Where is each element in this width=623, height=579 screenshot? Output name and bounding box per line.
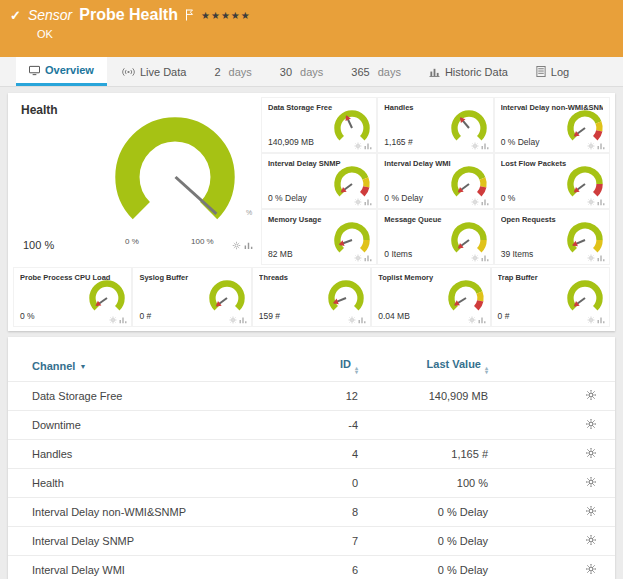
gauge-chart[interactable] (207, 278, 247, 318)
gear-icon[interactable] (232, 241, 241, 250)
overview-icon (29, 65, 40, 76)
gauge-tile-open-requests: Open Requests 39 Items (494, 209, 610, 265)
gear-icon[interactable] (587, 254, 595, 262)
chart-icon[interactable] (239, 316, 247, 324)
channel-settings-gear-icon[interactable] (585, 536, 597, 548)
column-header-last-value[interactable]: Last Value▴▾ (358, 353, 488, 382)
gauge-value: 82 MB (268, 249, 293, 259)
chart-icon[interactable] (358, 316, 366, 324)
chart-icon[interactable] (597, 254, 605, 262)
gear-icon[interactable] (229, 316, 237, 324)
gear-icon[interactable] (471, 142, 479, 150)
channel-settings-gear-icon[interactable] (585, 565, 597, 577)
channel-settings-gear-icon[interactable] (585, 420, 597, 432)
gauge-value: 1,165 # (384, 137, 412, 147)
channel-settings-gear-icon[interactable] (585, 449, 597, 461)
chart-icon[interactable] (244, 241, 253, 250)
health-gauge-area: Health 100 % 0 % 100 % % (13, 97, 261, 265)
gear-icon[interactable] (468, 316, 476, 324)
chart-icon[interactable] (364, 198, 372, 206)
chart-icon[interactable] (481, 142, 489, 150)
chart-icon[interactable] (481, 254, 489, 262)
channel-name: Downtime (8, 411, 298, 440)
bottom-gauges-row: Probe Process CPU Load 0 % Syslog Buffer… (13, 267, 610, 327)
column-header-id[interactable]: ID▴▾ (298, 353, 358, 382)
channel-id: 8 (298, 498, 358, 527)
gear-icon[interactable] (587, 198, 595, 206)
channel-last-value: 0 % Delay (358, 556, 488, 579)
column-header-channel[interactable]: Channel▼ (8, 353, 298, 382)
gauge-chart[interactable] (326, 278, 366, 318)
sort-arrows-icon: ▴▾ (355, 366, 358, 374)
tab-live-data[interactable]: Live Data (109, 57, 199, 86)
chart-icon[interactable] (364, 254, 372, 262)
tab-bar: Overview Live Data 2days 30days 365days … (0, 57, 623, 87)
channel-id: 7 (298, 527, 358, 556)
health-unit-label: % (246, 209, 252, 216)
gauge-value: 0 % (501, 193, 516, 203)
gear-icon[interactable] (471, 254, 479, 262)
channel-name: Health (8, 469, 298, 498)
gear-icon[interactable] (348, 316, 356, 324)
sort-caret-icon: ▼ (79, 363, 86, 370)
gauge-tile-trap-buffer: Trap Buffer 0 # (491, 267, 610, 327)
table-row: Interval Delay WMI 6 0 % Delay (8, 556, 615, 579)
gauge-tile-data-storage-free: Data Storage Free 140,909 MB (261, 97, 377, 153)
health-gauge-value: 100 % (23, 239, 54, 251)
chart-icon[interactable] (597, 198, 605, 206)
chart-icon[interactable] (364, 142, 372, 150)
gauge-value: 0 % Delay (501, 137, 540, 147)
flag-icon[interactable] (185, 9, 194, 21)
channel-id: -4 (298, 411, 358, 440)
gauge-chart[interactable] (87, 278, 127, 318)
live-data-icon (122, 67, 135, 77)
health-scale-min: 0 % (125, 237, 139, 246)
sort-arrows-icon: ▴▾ (485, 366, 488, 374)
chart-icon[interactable] (478, 316, 486, 324)
table-row: Downtime -4 (8, 411, 615, 440)
channel-id: 6 (298, 556, 358, 579)
channel-name: Data Storage Free (8, 382, 298, 411)
gauge-tile-interval-delay-snmp: Interval Delay SNMP 0 % Delay (261, 153, 377, 209)
gauge-tile-interval-delay-non-wmi-snmp: Interval Delay non-WMI&SNMP 0 % Delay (494, 97, 610, 153)
channel-settings-gear-icon[interactable] (585, 507, 597, 519)
chart-icon[interactable] (597, 142, 605, 150)
sensor-banner: ✓ Sensor Probe Health ★★★★★ OK (0, 0, 623, 57)
gear-icon[interactable] (354, 142, 362, 150)
gauge-tile-threads: Threads 159 # (252, 267, 371, 327)
historic-data-icon (429, 67, 440, 77)
gauge-value: 0.04 MB (378, 311, 410, 321)
gauge-tile-handles: Handles 1,165 # (377, 97, 493, 153)
priority-stars[interactable]: ★★★★★ (201, 10, 251, 21)
gear-icon[interactable] (587, 142, 595, 150)
channel-last-value: 140,909 MB (358, 382, 488, 411)
tab-log[interactable]: Log (523, 57, 582, 86)
gauge-chart[interactable] (565, 278, 605, 318)
chart-icon[interactable] (597, 316, 605, 324)
table-row: Data Storage Free 12 140,909 MB (8, 382, 615, 411)
gauge-chart[interactable] (446, 278, 486, 318)
channel-settings-gear-icon[interactable] (585, 478, 597, 490)
gauge-tile-syslog-buffer: Syslog Buffer 0 # (132, 267, 251, 327)
gear-icon[interactable] (354, 254, 362, 262)
tab-overview[interactable]: Overview (16, 57, 107, 86)
tab-30-days[interactable]: 30days (267, 57, 337, 86)
tab-historic-data[interactable]: Historic Data (416, 57, 521, 86)
gear-icon[interactable] (354, 198, 362, 206)
gear-icon[interactable] (471, 198, 479, 206)
channel-name: Interval Delay WMI (8, 556, 298, 579)
gauge-tile-interval-delay-wmi: Interval Delay WMI 0 % Delay (377, 153, 493, 209)
chart-icon[interactable] (481, 198, 489, 206)
channel-id: 12 (298, 382, 358, 411)
column-header-actions (488, 353, 615, 382)
gauge-value: 159 # (259, 311, 280, 321)
channel-settings-gear-icon[interactable] (585, 391, 597, 403)
gauge-tile-toplist-memory: Toplist Memory 0.04 MB (371, 267, 490, 327)
gear-icon[interactable] (587, 316, 595, 324)
tab-365-days[interactable]: 365days (338, 57, 414, 86)
gauge-value: 0 Items (384, 249, 412, 259)
chart-icon[interactable] (119, 316, 127, 324)
tab-2-days[interactable]: 2days (201, 57, 264, 86)
gear-icon[interactable] (109, 316, 117, 324)
health-gauge-chart[interactable] (105, 107, 245, 247)
